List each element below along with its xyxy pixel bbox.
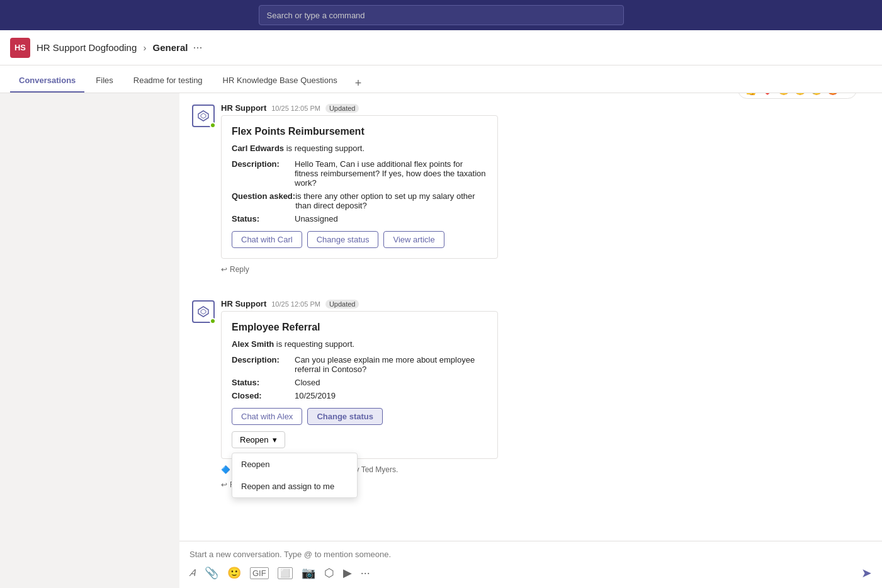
chevron-down-icon: ▾ bbox=[273, 435, 277, 444]
view-article-button[interactable]: View article bbox=[383, 231, 444, 248]
search-input[interactable]: Search or type a command bbox=[259, 5, 624, 25]
tab-conversations[interactable]: Conversations bbox=[10, 69, 84, 93]
card-actions-2: Chat with Alex Change status bbox=[232, 408, 487, 425]
loop-icon[interactable]: ⬡ bbox=[324, 566, 334, 580]
message-time: 10/25 12:05 PM bbox=[271, 105, 320, 112]
chat-alex-button[interactable]: Chat with Alex bbox=[232, 408, 302, 425]
svg-marker-3 bbox=[201, 309, 206, 314]
message-sender-2: HR Support bbox=[221, 299, 266, 308]
requester-suffix: is requesting support. bbox=[286, 144, 365, 153]
avatar bbox=[192, 105, 215, 127]
support-card-2: Employee Referral Alex Smith is requesti… bbox=[221, 311, 498, 459]
message-meta-2: HR Support 10/25 12:05 PM Updated bbox=[221, 299, 869, 308]
change-status-carl-button[interactable]: Change status bbox=[307, 231, 379, 248]
reaction-bar: 👍 ❤️ 😄 😮 😢 😡 ··· bbox=[738, 93, 857, 99]
tab-knowledge-base[interactable]: HR Knowledge Base Questions bbox=[214, 69, 346, 93]
channel-more-button[interactable]: ··· bbox=[193, 41, 202, 54]
table-row: 👍 ❤️ 😄 😮 😢 😡 ··· bbox=[192, 103, 869, 274]
dropdown-menu: Reopen Reopen and assign to me bbox=[232, 453, 358, 498]
reaction-thumbsup[interactable]: 👍 bbox=[745, 93, 757, 96]
requester-name-2: Alex Smith bbox=[232, 339, 274, 349]
reaction-wow[interactable]: 😮 bbox=[794, 93, 806, 96]
card-actions: Chat with Carl Change status View articl… bbox=[232, 231, 487, 248]
channel-title: HR Support Dogfooding › General bbox=[37, 42, 188, 53]
reply-icon-2: ↩ bbox=[221, 480, 227, 489]
field-closed: Closed: 10/25/2019 bbox=[232, 391, 487, 400]
reply-label: Reply bbox=[230, 265, 249, 274]
main-content: 👍 ❤️ 😄 😮 😢 😡 ··· bbox=[0, 93, 882, 588]
compose-input[interactable] bbox=[189, 550, 872, 559]
description-label: Description: bbox=[232, 159, 295, 188]
tabs-bar: Conversations Files Readme for testing H… bbox=[0, 65, 882, 93]
bot-avatar bbox=[192, 105, 215, 127]
reply-icon: ↩ bbox=[221, 265, 227, 274]
change-status-alex-button[interactable]: Change status bbox=[307, 408, 383, 425]
messages-container: 👍 ❤️ 😄 😮 😢 😡 ··· bbox=[179, 93, 882, 541]
table-row: HR Support 10/25 12:05 PM Updated Employ… bbox=[192, 299, 869, 489]
team-avatar: HS bbox=[10, 38, 30, 58]
description-value: Hello Team, Can i use additional flex po… bbox=[295, 159, 487, 188]
giphy-icon[interactable]: GIF bbox=[250, 567, 269, 579]
chat-carl-button[interactable]: Chat with Carl bbox=[232, 231, 302, 248]
message-meta: HR Support 10/25 12:05 PM Updated bbox=[221, 103, 869, 113]
message-sender: HR Support bbox=[221, 103, 266, 113]
praise-icon[interactable]: ▶ bbox=[343, 566, 352, 580]
attach-icon[interactable]: 📎 bbox=[205, 566, 218, 580]
support-card: Flex Points Reimbursement Carl Edwards i… bbox=[221, 115, 498, 259]
status-label: Status: bbox=[232, 214, 295, 223]
avatar bbox=[192, 300, 215, 323]
dropdown-item-reopen-assign[interactable]: Reopen and assign to me bbox=[232, 475, 357, 497]
svg-marker-1 bbox=[201, 113, 206, 118]
reply-link[interactable]: ↩ Reply bbox=[221, 265, 869, 274]
add-tab-button[interactable]: + bbox=[349, 74, 368, 93]
emoji-icon[interactable]: 🙂 bbox=[227, 566, 241, 580]
field-description: Description: Hello Team, Can i use addit… bbox=[232, 159, 487, 188]
message-badge-2: Updated bbox=[325, 300, 359, 308]
dropdown-item-reopen[interactable]: Reopen bbox=[232, 453, 357, 475]
field-question: Question asked: is there any other optio… bbox=[232, 191, 487, 210]
top-bar: Search or type a command bbox=[0, 0, 882, 30]
send-button[interactable]: ➤ bbox=[861, 565, 872, 580]
status-dot-2 bbox=[210, 318, 216, 324]
bot-avatar-2 bbox=[192, 300, 215, 323]
status-value: Unassigned bbox=[295, 214, 338, 223]
reaction-laugh[interactable]: 😄 bbox=[777, 93, 790, 96]
description-value-2: Can you please explain me more about emp… bbox=[295, 355, 487, 374]
more-compose-options[interactable]: ··· bbox=[361, 567, 370, 580]
support-fields: Description: Hello Team, Can i use addit… bbox=[232, 159, 487, 223]
dropdown-label: Reopen bbox=[240, 435, 269, 444]
requester-name: Carl Edwards bbox=[232, 144, 284, 153]
closed-notice-icon: 🔷 bbox=[221, 465, 230, 474]
status-dot bbox=[210, 122, 216, 128]
chat-area: 👍 ❤️ 😄 😮 😢 😡 ··· bbox=[179, 93, 882, 588]
field-description-2: Description: Can you please explain me m… bbox=[232, 355, 487, 374]
message-body: HR Support 10/25 12:05 PM Updated Flex P… bbox=[221, 103, 869, 274]
sticker-icon[interactable]: ⬜ bbox=[278, 567, 293, 579]
reaction-more-button[interactable]: ··· bbox=[843, 93, 850, 94]
tab-files[interactable]: Files bbox=[87, 69, 122, 93]
card-requester-2: Alex Smith is requesting support. bbox=[232, 339, 487, 349]
reopen-dropdown-trigger[interactable]: Reopen ▾ bbox=[232, 431, 285, 448]
video-icon[interactable]: 📷 bbox=[302, 566, 315, 580]
field-status: Status: Unassigned bbox=[232, 214, 487, 223]
compose-bar: 𝘈 📎 🙂 GIF ⬜ 📷 ⬡ ▶ ··· ➤ bbox=[179, 541, 882, 588]
status-value-2: Closed bbox=[295, 378, 320, 387]
card-requester: Carl Edwards is requesting support. bbox=[232, 144, 487, 153]
search-placeholder: Search or type a command bbox=[267, 11, 365, 20]
format-text-icon[interactable]: 𝘈 bbox=[189, 567, 196, 579]
reaction-angry[interactable]: 😡 bbox=[827, 93, 839, 96]
reaction-sad[interactable]: 😢 bbox=[810, 93, 823, 96]
field-status-2: Status: Closed bbox=[232, 378, 487, 387]
card-title-2: Employee Referral bbox=[232, 322, 487, 333]
message-badge: Updated bbox=[325, 104, 359, 113]
message-body-2: HR Support 10/25 12:05 PM Updated Employ… bbox=[221, 299, 869, 489]
left-panel bbox=[0, 93, 179, 588]
team-name: HR Support Dogfooding bbox=[37, 42, 137, 53]
status-label-2: Status: bbox=[232, 378, 295, 387]
closed-value: 10/25/2019 bbox=[295, 391, 336, 400]
question-label: Question asked: bbox=[232, 191, 295, 210]
tab-readme[interactable]: Readme for testing bbox=[125, 69, 212, 93]
card-title: Flex Points Reimbursement bbox=[232, 126, 487, 137]
closed-label: Closed: bbox=[232, 391, 295, 400]
reaction-heart[interactable]: ❤️ bbox=[761, 93, 774, 96]
